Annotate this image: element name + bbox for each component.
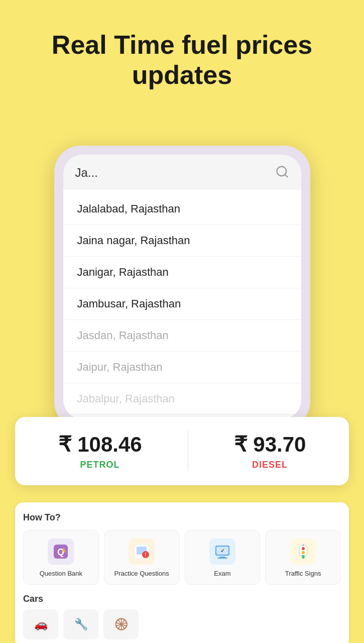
fuel-price-card: ₹ 108.46 PETROL ₹ 93.70 DIESEL (15, 417, 349, 485)
svg-text:✓: ✓ (220, 548, 224, 554)
exam-label: Exam (189, 570, 256, 578)
car-item-2[interactable]: 🔧 (63, 609, 98, 639)
how-to-exam[interactable]: ✓ Exam (185, 530, 261, 585)
svg-text:!: ! (145, 552, 146, 558)
traffic-signs-label: Traffic Signs (270, 570, 336, 578)
practice-questions-icon: ! (129, 539, 155, 565)
svg-point-16 (302, 547, 305, 550)
phone-mockup: Ja... Jalalabad, Rajasthan Jaina nagar, … (54, 146, 310, 428)
search-query[interactable]: Ja... (75, 166, 98, 180)
search-bar[interactable]: Ja... (63, 155, 301, 189)
bottom-section: How To? Q A Question Bank ! Pr (15, 502, 349, 643)
petrol-price: ₹ 108.46 (58, 432, 142, 457)
svg-point-18 (302, 555, 305, 558)
svg-rect-12 (217, 558, 227, 559)
cars-row: 🚗 🔧 🛞 (23, 609, 341, 639)
hero-title: Real Time fuel prices updates (0, 30, 364, 90)
svg-line-1 (285, 174, 287, 177)
diesel-item: ₹ 93.70 DIESEL (234, 432, 306, 470)
phone-screen: Ja... Jalalabad, Rajasthan Jaina nagar, … (63, 155, 301, 419)
diesel-label: DIESEL (234, 460, 306, 470)
petrol-item: ₹ 108.46 PETROL (58, 432, 142, 470)
diesel-price: ₹ 93.70 (234, 432, 306, 457)
how-to-traffic-signs[interactable]: Traffic Signs (265, 530, 341, 585)
list-item[interactable]: Jabalpur, Rajasthan (63, 383, 301, 415)
fuel-divider (188, 431, 188, 471)
list-item[interactable]: Janigar, Rajasthan (63, 257, 301, 288)
how-to-practice-questions[interactable]: ! Practice Questions (104, 530, 180, 585)
how-to-heading: How To? (23, 512, 341, 523)
svg-point-17 (302, 551, 305, 554)
svg-text:A: A (62, 547, 66, 554)
how-to-grid: Q A Question Bank ! Practice Questions (23, 530, 341, 585)
question-bank-label: Question Bank (28, 570, 94, 578)
exam-icon: ✓ (209, 539, 235, 565)
search-icon[interactable] (275, 165, 289, 181)
car-item-1[interactable]: 🚗 (23, 609, 58, 639)
list-item[interactable]: Jaina nagar, Rajasthan (63, 225, 301, 257)
car-item-3[interactable]: 🛞 (103, 609, 139, 639)
hero-section: Real Time fuel prices updates (0, 30, 364, 90)
list-item[interactable]: Jalalabad, Rajasthan (63, 193, 301, 225)
phone-frame: Ja... Jalalabad, Rajasthan Jaina nagar, … (54, 146, 310, 428)
question-bank-icon: Q A (48, 539, 74, 565)
petrol-label: PETROL (58, 460, 142, 470)
traffic-signs-icon (290, 539, 316, 565)
list-item[interactable]: Jambusar, Rajasthan (63, 288, 301, 320)
search-results-list: Jalalabad, Rajasthan Jaina nagar, Rajast… (63, 189, 301, 419)
cars-heading: Cars (23, 594, 341, 604)
list-item[interactable]: Jaipur, Rajasthan (63, 352, 301, 383)
list-item[interactable]: Jasdan, Rajasthan (63, 320, 301, 352)
how-to-question-bank[interactable]: Q A Question Bank (23, 530, 99, 585)
practice-questions-label: Practice Questions (108, 570, 175, 578)
